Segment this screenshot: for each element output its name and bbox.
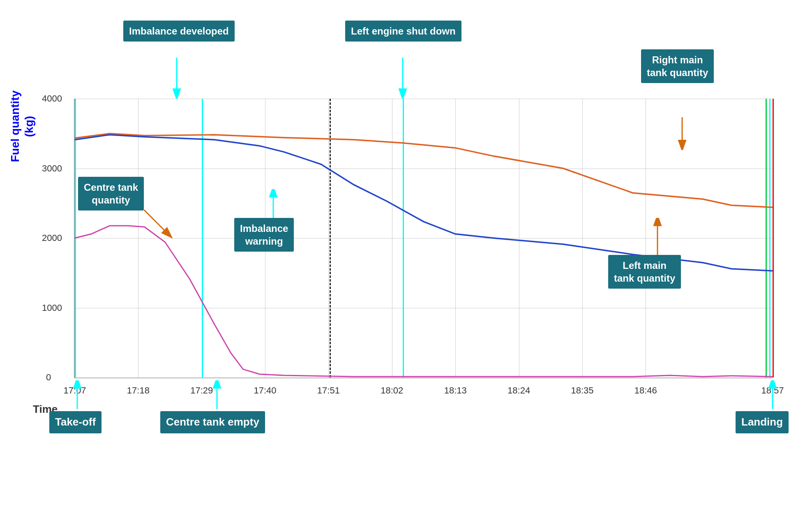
left-main-tank-box: Left maintank quantity: [608, 255, 681, 289]
left-engine-shutdown-box: Left engine shut down: [345, 21, 461, 42]
left-main-tank-arrow: [649, 218, 666, 259]
chart-area: 0 1000 2000 3000 4000 17:07 17:18 17:29 …: [74, 99, 773, 378]
imbalance-warning-box: Imbalancewarning: [234, 218, 294, 252]
svg-line-7: [144, 210, 168, 234]
x-tick-1751: 17:51: [317, 385, 340, 396]
centre-tank-empty-box: Centre tank empty: [160, 411, 265, 433]
x-tick-1718: 17:18: [127, 385, 150, 396]
red-vline: [773, 99, 774, 377]
centre-tank-quantity-arrow: [144, 210, 177, 243]
centre-tank-quantity-box: Centre tankquantity: [78, 177, 144, 211]
left-main-tank-line: [75, 135, 773, 271]
chart-container: Fuel quantity(kg) 0 1000 2000 3000 4000 …: [33, 16, 797, 502]
imbalance-warning-arrow: [265, 189, 281, 222]
takeoff-box: Take-off: [49, 411, 102, 433]
imbalance-developed-arrow: [168, 58, 185, 99]
data-lines-svg: [75, 99, 773, 377]
landing-arrow: [764, 380, 781, 413]
y-axis-label: Fuel quantity(kg): [8, 90, 33, 162]
x-tick-1824: 18:24: [508, 385, 530, 396]
landing-box: Landing: [736, 411, 789, 433]
x-tick-1846: 18:46: [634, 385, 657, 396]
left-engine-arrow: [394, 58, 411, 99]
right-main-tank-box: Right maintank quantity: [641, 49, 714, 83]
imbalance-developed-box: Imbalance developed: [123, 21, 235, 42]
centre-tank-line: [75, 226, 773, 377]
x-tick-1835: 18:35: [571, 385, 593, 396]
x-tick-1740: 17:40: [254, 385, 277, 396]
centre-tank-empty-arrow: [209, 380, 225, 413]
right-main-tank-line: [75, 134, 773, 207]
right-main-tank-arrow: [674, 117, 690, 150]
x-tick-1802: 18:02: [381, 385, 403, 396]
takeoff-arrow: [69, 380, 85, 413]
x-tick-1813: 18:13: [444, 385, 467, 396]
